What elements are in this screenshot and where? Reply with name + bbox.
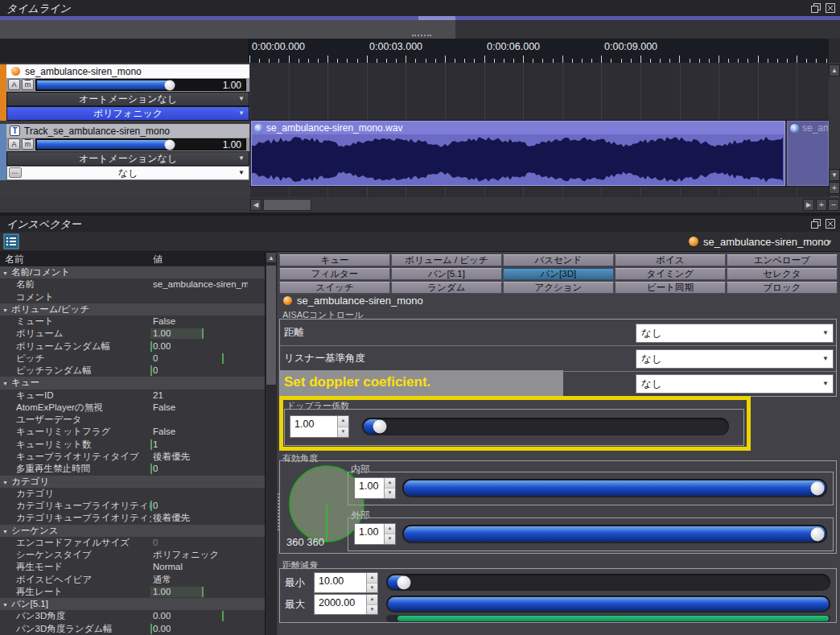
- property-row[interactable]: ボイスビヘイビア通常: [0, 574, 265, 586]
- aisac-doppler-dropdown[interactable]: なし ▼: [636, 374, 834, 394]
- zoom-in-h-button[interactable]: +: [816, 199, 827, 211]
- property-value[interactable]: 0: [153, 500, 158, 512]
- property-value[interactable]: se_ambulance-siren_m...: [153, 278, 248, 291]
- waveform-clip-next[interactable]: ♪ se_am: [787, 121, 829, 186]
- tab-ボイス[interactable]: ボイス: [615, 254, 726, 266]
- property-value[interactable]: False: [153, 402, 175, 414]
- spin-up-button[interactable]: ▲: [367, 573, 377, 583]
- property-value[interactable]: False: [153, 426, 175, 438]
- property-group-row[interactable]: ▼カテゴリ: [0, 476, 265, 488]
- inspected-object-selector[interactable]: se_ambulance-siren_mono: [703, 236, 830, 248]
- property-row[interactable]: 再生モードNormal: [0, 561, 265, 573]
- property-row[interactable]: コメント: [0, 291, 265, 303]
- scroll-right-button[interactable]: ▶: [803, 199, 814, 211]
- property-row[interactable]: 多重再生禁止時間0: [0, 463, 265, 475]
- aisac-listener-angle-dropdown[interactable]: なし ▼: [636, 349, 834, 369]
- panel-resize-grip[interactable]: [278, 493, 280, 530]
- property-group-row[interactable]: ▼名前/コメント: [0, 266, 265, 278]
- property-row[interactable]: ボリュームランダム幅0.00: [0, 340, 265, 353]
- collapse-triangle-icon[interactable]: ▼: [2, 304, 8, 316]
- column-header-name[interactable]: 名前: [5, 252, 24, 266]
- float-window-icon[interactable]: [811, 3, 821, 13]
- close-window-icon[interactable]: [826, 3, 835, 13]
- scroll-up-button[interactable]: ▲: [829, 64, 840, 76]
- tab-ランダム[interactable]: ランダム: [391, 282, 502, 294]
- zoom-out-h-button[interactable]: −: [828, 199, 839, 211]
- property-value[interactable]: 後着優先: [153, 512, 190, 524]
- tab-スイッチ[interactable]: スイッチ: [279, 282, 390, 294]
- tab-ビート同期[interactable]: ビート同期: [615, 282, 726, 294]
- waveform-clip[interactable]: ♪ se_ambulance-siren_mono.wav: [251, 121, 785, 186]
- property-value[interactable]: 0: [153, 353, 158, 365]
- property-value[interactable]: 0: [153, 537, 158, 549]
- more-options-button[interactable]: •••: [9, 167, 22, 178]
- close-window-icon[interactable]: [826, 219, 835, 229]
- tab-タイミング[interactable]: タイミング: [615, 268, 726, 280]
- tab-アクション[interactable]: アクション: [503, 282, 614, 294]
- attenuation-min-spinner[interactable]: 10.00 ▲ ▼: [314, 572, 378, 593]
- automation-dropdown[interactable]: オートメーションなし ▼: [6, 92, 249, 106]
- property-row[interactable]: ボリューム1.00: [0, 328, 265, 340]
- timeline-ruler[interactable]: 0:00:00.0000:00:03.0000:00:06.0000:00:09…: [249, 39, 829, 63]
- mute-button[interactable]: m: [22, 138, 34, 150]
- doppler-spinner[interactable]: 1.00 ▲ ▼: [290, 415, 349, 438]
- property-value[interactable]: 1.00: [153, 586, 171, 598]
- volume-slider[interactable]: 1.00: [35, 138, 246, 151]
- collapse-triangle-icon[interactable]: ▼: [2, 377, 8, 390]
- property-row[interactable]: 名前se_ambulance-siren_m...: [0, 278, 265, 291]
- property-group-row[interactable]: ▼ボリューム/ピッチ: [0, 303, 265, 315]
- tab-フィルター[interactable]: フィルター: [279, 268, 390, 280]
- attenuation-min-slider[interactable]: [386, 574, 830, 591]
- cone-outer-slider[interactable]: [402, 525, 827, 543]
- automation-curve-button[interactable]: A: [8, 79, 20, 90]
- collapse-triangle-icon[interactable]: ▼: [2, 599, 8, 611]
- splitter-grip[interactable]: [412, 35, 431, 37]
- property-row[interactable]: キューID21: [0, 390, 265, 402]
- property-value[interactable]: ポリフォニック: [153, 549, 219, 561]
- property-row[interactable]: キューリミット数1: [0, 439, 265, 451]
- scroll-up-button[interactable]: ▲: [266, 252, 277, 263]
- v-scroll-thumb[interactable]: [266, 265, 277, 386]
- property-row[interactable]: AtomExPlayerの無視False: [0, 402, 265, 414]
- property-value[interactable]: Normal: [153, 561, 183, 573]
- collapse-triangle-icon[interactable]: ▼: [2, 476, 8, 489]
- tab-パン[3D][interactable]: パン[3D]: [503, 268, 614, 280]
- zoom-in-v-button[interactable]: +: [829, 182, 840, 194]
- float-window-icon[interactable]: [811, 219, 821, 229]
- spin-down-button[interactable]: ▼: [385, 534, 395, 544]
- tab-セレクタ[interactable]: セレクタ: [727, 268, 838, 280]
- property-value[interactable]: 0: [153, 365, 158, 377]
- tab-ボリューム / ピッチ[interactable]: ボリューム / ピッチ: [391, 254, 502, 266]
- attenuation-max-slider[interactable]: [386, 596, 830, 612]
- scroll-left-button[interactable]: ◀: [250, 199, 261, 211]
- slider-knob[interactable]: [165, 80, 175, 90]
- collapse-triangle-icon[interactable]: ▼: [2, 267, 8, 279]
- property-value[interactable]: 21: [153, 390, 163, 402]
- sequence-type-dropdown[interactable]: ポリフォニック ▼: [6, 106, 249, 121]
- aisac-distance-dropdown[interactable]: なし ▼: [636, 324, 834, 343]
- scroll-down-button[interactable]: ▼: [829, 169, 840, 181]
- slider-knob[interactable]: [165, 139, 175, 150]
- property-row[interactable]: ピッチランダム幅0: [0, 365, 265, 377]
- doppler-slider[interactable]: [362, 418, 729, 435]
- spin-down-button[interactable]: ▼: [367, 605, 377, 615]
- h-scroll-thumb[interactable]: [263, 199, 311, 211]
- tab-ブロック[interactable]: ブロック: [727, 282, 838, 294]
- volume-slider[interactable]: 1.00: [35, 79, 246, 91]
- property-row[interactable]: シーケンスタイプポリフォニック: [0, 549, 265, 561]
- tab-パン[5.1][interactable]: パン[5.1]: [391, 268, 502, 280]
- property-row[interactable]: カテゴリキュープライオリティタイプ後着優先: [0, 512, 265, 524]
- property-value[interactable]: 0.00: [153, 340, 171, 353]
- property-value[interactable]: 0: [153, 463, 158, 475]
- tab-キュー[interactable]: キュー: [279, 254, 390, 266]
- property-value[interactable]: 後着優先: [153, 451, 190, 463]
- timeline-h-scrollbar[interactable]: [249, 197, 840, 212]
- property-row[interactable]: パン3D角度ランダム幅0.00: [0, 623, 265, 635]
- attenuation-max-spinner[interactable]: 2000.00 ▲ ▼: [314, 594, 378, 615]
- property-row[interactable]: キュープライオリティタイプ後着優先: [0, 451, 265, 463]
- spin-down-button[interactable]: ▼: [367, 583, 377, 593]
- property-row[interactable]: エンコードファイルサイズ0: [0, 537, 265, 549]
- slider-knob[interactable]: [811, 481, 825, 495]
- property-value[interactable]: 0.00: [153, 623, 171, 635]
- property-value[interactable]: 通常: [153, 574, 171, 586]
